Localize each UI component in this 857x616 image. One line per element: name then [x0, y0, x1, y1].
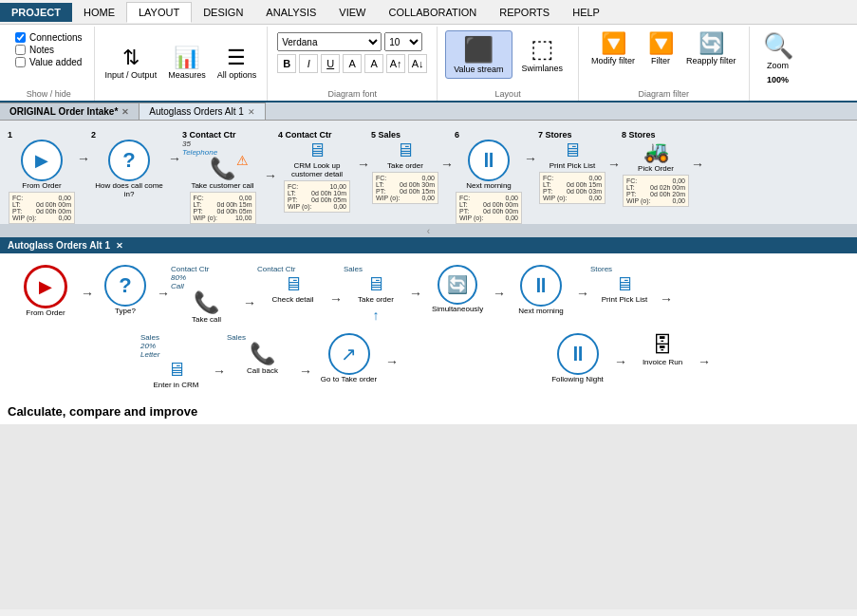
b-node-nextmorning: ⏸ Next morning [507, 265, 575, 315]
resize-handle[interactable]: ‹ [0, 224, 857, 237]
fonthighlight-button[interactable]: A [364, 54, 383, 73]
uparrow-circle-icon: ↗ [328, 333, 370, 375]
b-branch-arrow-5: → [697, 354, 712, 369]
b-branch-arrow-2: → [298, 364, 313, 379]
all-options-button[interactable]: ☰ All options [213, 45, 262, 83]
italic-button[interactable]: I [299, 54, 318, 73]
b-arrow-7: → [575, 286, 590, 301]
warning-icon-3: ⚠ [236, 153, 249, 168]
font-row-2: B I U A A A↑ A↓ [277, 54, 427, 73]
type-question-icon: ? [104, 265, 146, 307]
b-arrow-3: → [242, 295, 257, 310]
tab-autoglass[interactable]: Autoglass Orders Alt 1 ✕ [140, 103, 266, 120]
fontcolor-button[interactable]: A [343, 54, 362, 73]
menu-analysis[interactable]: ANALYSIS [254, 3, 327, 22]
b-node-fromorder: ▶ From Order [11, 265, 80, 317]
fontsize-down-button[interactable]: A↓ [408, 54, 427, 73]
menu-layout[interactable]: LAYOUT [126, 2, 192, 23]
zoom-button[interactable]: 🔍 Zoom [755, 28, 801, 73]
zoom-label: Zoom [767, 61, 789, 70]
showhide-label: Show / hide [27, 87, 71, 99]
menu-project[interactable]: PROJECT [0, 3, 72, 22]
tab-original[interactable]: ORIGINAL Order Intake* ✕ [0, 103, 140, 120]
node7-label: Print Pick List [550, 161, 595, 170]
all-options-label: All options [217, 70, 257, 80]
modify-filter-button[interactable]: 🔽 Modify filter [587, 30, 640, 68]
menu-home[interactable]: HOME [72, 3, 126, 22]
top-flow-row: 1 ▶ From Order FC:0,00 LT:0d 00h 00m PT:… [4, 126, 853, 224]
question-icon: ? [108, 140, 150, 181]
filter-button[interactable]: 🔽 Filter [642, 30, 680, 68]
menu-view[interactable]: VIEW [327, 3, 377, 22]
bottom-tab-close[interactable]: ✕ [116, 241, 123, 251]
arrow-4-5: → [356, 157, 371, 172]
node7-data: FC:0,00 LT:0d 00h 15m PT:0d 00h 03m WIP … [539, 172, 605, 204]
monitor-icon-b-print: 🖥 [615, 273, 634, 295]
node5-label: Take order [387, 161, 423, 170]
checkbox-notes[interactable]: Notes [15, 45, 83, 55]
font-family-select[interactable]: Verdana Arial Calibri [277, 32, 382, 51]
bottom-diagram-title: Autoglass Orders Alt 1 [8, 240, 110, 251]
menu-design[interactable]: DESIGN [192, 3, 254, 22]
monitor-icon-7: 🖥 [563, 140, 582, 161]
monitor-icon-4: 🖥 [307, 140, 326, 161]
connections-checkbox[interactable] [15, 32, 26, 43]
input-output-button[interactable]: ⇅ Input / Output [101, 45, 162, 83]
forklift-icon-8: 🚜 [643, 140, 669, 164]
arrow-6-7: → [523, 151, 538, 166]
node4-label: CRM Look up customer detail [279, 161, 355, 178]
node8-data: FC:0,00 LT:0d 02h 00m PT:0d 00h 20m WIP … [623, 175, 689, 207]
b-node-simultaneously: 🔄 Simultaneously [423, 265, 492, 313]
b-node-followingnight-label: Following Night [551, 375, 604, 383]
font-size-select[interactable]: 10 8 12 14 [384, 32, 422, 51]
value-stream-button[interactable]: ⬛ Value stream [445, 30, 512, 79]
font-controls: Verdana Arial Calibri 10 8 12 14 B I U A… [273, 28, 431, 77]
value-stream-label: Value stream [454, 65, 503, 74]
valueadded-checkbox[interactable] [15, 57, 26, 67]
phone-icon-b: 📞 [194, 290, 219, 315]
filter-buttons: 🔽 Modify filter 🔽 Filter 🔄 Reapply filte… [585, 28, 743, 70]
menu-help[interactable]: HELP [561, 3, 611, 22]
b-node-invoicerun: 🗄 Invoice Run [628, 333, 697, 366]
font-row-1: Verdana Arial Calibri 10 8 12 14 [277, 32, 427, 51]
checkbox-connections[interactable]: Connections [15, 32, 83, 43]
ribbon: Connections Notes Value added Show / hid… [0, 25, 857, 103]
node-4: 4 Contact Ctr 🖥 CRM Look up customer det… [278, 130, 356, 213]
tab-autoglass-label: Autoglass Orders Alt 1 [149, 106, 244, 117]
monitor-icon-b-crm: 🖥 [167, 359, 186, 381]
tab-autoglass-close[interactable]: ✕ [248, 107, 255, 117]
checkbox-group: Connections Notes Value added [9, 28, 88, 71]
notes-checkbox[interactable] [15, 45, 26, 55]
reapply-filter-button[interactable]: 🔄 Reapply filter [681, 30, 741, 68]
arrow-8-end: → [690, 157, 705, 172]
node3-data: FC:0,00 LT:0d 00h 15m PT:0d 00h 05m WIP … [190, 192, 256, 224]
b-node-checkdetail-label: Check detail [271, 295, 313, 304]
reapply-filter-label: Reapply filter [686, 56, 736, 65]
modify-filter-label: Modify filter [591, 56, 635, 65]
value-stream-icon: ⬛ [463, 35, 494, 65]
underline-button[interactable]: U [321, 54, 340, 73]
modify-filter-icon: 🔽 [601, 33, 626, 54]
b-node-callback-label: Call back [247, 366, 278, 375]
diagram-font-label: Diagram font [327, 87, 377, 99]
bottom-section-header: Autoglass Orders Alt 1 ✕ [0, 237, 857, 253]
menu-collaboration[interactable]: COLLABORATION [377, 3, 488, 22]
b-branch-arrow-1: → [212, 364, 227, 379]
canvas-area: 1 ▶ From Order FC:0,00 LT:0d 00h 00m PT:… [0, 121, 857, 609]
fontsize-up-button[interactable]: A↑ [386, 54, 405, 73]
top-diagram: 1 ▶ From Order FC:0,00 LT:0d 00h 00m PT:… [0, 121, 857, 224]
b-node-type: ? Type? [95, 265, 156, 315]
b-node-printpicklist-label: Print Pick List [602, 295, 647, 304]
bold-button[interactable]: B [277, 54, 296, 73]
measures-button[interactable]: 📊 Measures [163, 45, 211, 83]
menu-reports[interactable]: REPORTS [488, 3, 561, 22]
checkbox-valueadded[interactable]: Value added [15, 57, 83, 67]
node-6: 6 ⏸ Next morning FC:0,00 LT:0d 00h 00m P… [455, 130, 523, 224]
arrow-7-8: → [606, 157, 622, 172]
ribbon-zoom-section: 🔍 Zoom 100% [750, 27, 807, 101]
phone-icon-3: 📞 [210, 157, 235, 181]
ribbon-tools-section: ⇅ Input / Output 📊 Measures ☰ All option… [95, 27, 269, 101]
ribbon-layout-section: ⬛ Value stream ⬚ Swimlanes Layout [438, 27, 579, 101]
tab-original-close[interactable]: ✕ [121, 107, 129, 117]
swimlanes-button[interactable]: ⬚ Swimlanes [514, 30, 571, 79]
